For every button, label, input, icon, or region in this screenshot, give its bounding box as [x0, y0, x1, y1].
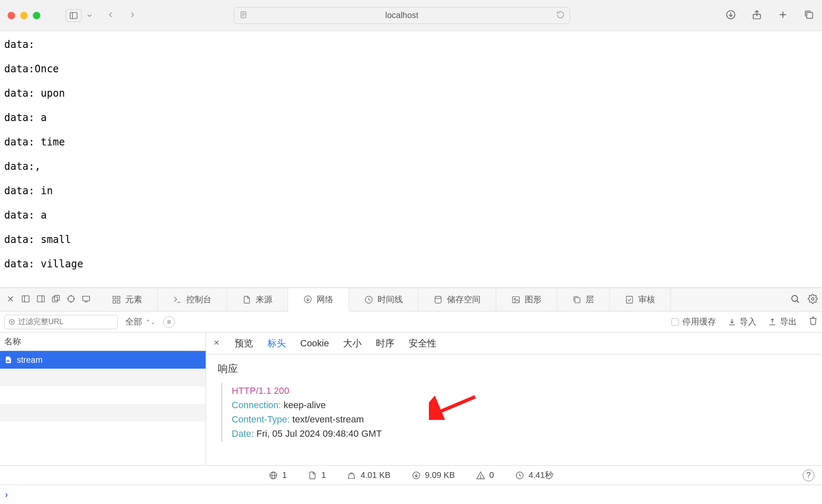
- detail-tab-security[interactable]: 安全性: [409, 337, 436, 350]
- browser-titlebar: localhost: [0, 0, 822, 31]
- url-text: localhost: [385, 11, 418, 20]
- svg-rect-0: [70, 12, 77, 18]
- sb-documents: 1: [308, 470, 326, 480]
- sb-weight: 4.01 KB: [347, 470, 390, 480]
- tab-overview-button[interactable]: [803, 9, 814, 22]
- chevron-right-icon: ›: [5, 490, 8, 499]
- request-list-header[interactable]: 名称: [0, 332, 206, 351]
- svg-rect-52: [7, 360, 10, 361]
- dock-detach-icon[interactable]: [51, 294, 61, 305]
- detail-tabs: 预览 标头 Cookie 大小 时序 安全性: [206, 332, 822, 354]
- disable-cache-checkbox[interactable]: 停用缓存: [671, 316, 716, 327]
- stream-line: data: time: [4, 137, 818, 147]
- url-filter-input[interactable]: [18, 317, 113, 326]
- svg-rect-14: [22, 296, 29, 302]
- search-devtools-icon[interactable]: [790, 294, 800, 306]
- back-button[interactable]: [106, 10, 115, 21]
- tab-label: 控制台: [186, 294, 211, 305]
- minimize-window-button[interactable]: [20, 12, 28, 19]
- header-value: Fri, 05 Jul 2024 09:48:40 GMT: [254, 428, 382, 439]
- header-row: Connection: keep-alive: [232, 398, 810, 412]
- reload-button[interactable]: [556, 11, 565, 21]
- inspect-element-icon[interactable]: [66, 294, 76, 305]
- help-button[interactable]: ?: [803, 470, 814, 481]
- sb-documents-value: 1: [321, 470, 326, 480]
- stream-line: data:,: [4, 161, 818, 172]
- share-button[interactable]: [751, 9, 762, 22]
- svg-point-43: [9, 319, 14, 325]
- tab-graphics[interactable]: 图形: [496, 288, 557, 311]
- detail-tab-timing[interactable]: 时序: [376, 337, 394, 350]
- stream-line: data: small: [4, 235, 818, 245]
- url-filter-input-wrapper: [4, 315, 118, 329]
- device-mode-icon[interactable]: [82, 294, 91, 305]
- export-har-button[interactable]: 导出: [768, 316, 797, 327]
- clear-requests-button[interactable]: [809, 316, 818, 327]
- svg-rect-25: [83, 296, 90, 301]
- page-content: data: data:Once data: upon data: a data:…: [0, 31, 822, 288]
- svg-point-42: [811, 298, 814, 300]
- close-devtools-button[interactable]: [6, 294, 15, 305]
- tab-group-dropdown[interactable]: [86, 8, 93, 23]
- tab-storage[interactable]: 储存空间: [418, 288, 496, 311]
- grouping-toggle[interactable]: [163, 316, 175, 328]
- tab-timeline[interactable]: 时间线: [349, 288, 418, 311]
- header-key: Connection:: [232, 400, 281, 410]
- type-filter-label: 全部: [125, 316, 142, 327]
- export-label: 导出: [780, 316, 797, 327]
- new-tab-button[interactable]: [777, 9, 788, 22]
- maximize-window-button[interactable]: [33, 12, 40, 19]
- sidebar-toggle-button[interactable]: [66, 9, 82, 22]
- disable-cache-label: 停用缓存: [682, 316, 716, 327]
- type-filter-dropdown[interactable]: 全部 ⌃⌄: [125, 316, 156, 327]
- tab-label: 储存空间: [447, 294, 481, 305]
- request-name: stream: [17, 355, 42, 365]
- clock-icon: [515, 471, 524, 480]
- console-prompt[interactable]: ›: [0, 485, 822, 504]
- import-har-button[interactable]: 导入: [728, 316, 756, 327]
- detail-tab-preview[interactable]: 预览: [235, 337, 253, 350]
- request-detail: 预览 标头 Cookie 大小 时序 安全性 响应 HTTP/1.1 200 C…: [206, 332, 822, 465]
- stream-line: data: upon: [4, 88, 818, 98]
- tab-elements[interactable]: 元素: [97, 288, 158, 311]
- tab-label: 来源: [256, 294, 272, 305]
- sb-time: 4.41秒: [515, 470, 553, 481]
- response-section-label: 响应: [218, 362, 810, 375]
- reader-mode-icon[interactable]: [239, 11, 248, 21]
- svg-rect-16: [37, 296, 45, 302]
- tab-layers[interactable]: 层: [557, 288, 610, 311]
- stream-line: data: in: [4, 186, 818, 196]
- address-bar[interactable]: localhost: [234, 7, 570, 24]
- tab-sources[interactable]: 来源: [227, 288, 288, 311]
- svg-rect-19: [54, 295, 59, 300]
- header-value: keep-alive: [281, 400, 325, 410]
- tab-audit[interactable]: 审核: [610, 288, 671, 311]
- detail-tab-headers[interactable]: 标头: [267, 337, 286, 350]
- header-key: Content-Type:: [232, 414, 290, 425]
- devtools-tabstrip: 元素 控制台 来源 网络 时间线 储存空间 图形 层: [0, 288, 822, 311]
- svg-rect-29: [113, 300, 116, 303]
- stream-line: data:: [4, 40, 818, 50]
- settings-devtools-icon[interactable]: [808, 294, 818, 306]
- header-row: Content-Type: text/event-stream: [232, 412, 810, 427]
- svg-point-37: [514, 298, 515, 300]
- stream-line: data: a: [4, 210, 818, 220]
- header-row: Date: Fri, 05 Jul 2024 09:48:40 GMT: [232, 427, 810, 441]
- request-row[interactable]: stream: [0, 351, 206, 369]
- tab-network[interactable]: 网络: [288, 288, 349, 311]
- detail-tab-size[interactable]: 大小: [343, 337, 362, 350]
- dock-left-icon[interactable]: [21, 294, 30, 305]
- sb-transferred: 9.09 KB: [412, 470, 455, 480]
- sb-requests: 1: [269, 470, 287, 480]
- svg-rect-28: [117, 296, 120, 298]
- downloads-button[interactable]: [725, 9, 736, 22]
- close-detail-button[interactable]: [213, 338, 220, 349]
- close-window-button[interactable]: [8, 12, 15, 19]
- tab-console[interactable]: 控制台: [158, 288, 227, 311]
- forward-button[interactable]: [128, 10, 137, 21]
- column-header-name: 名称: [4, 336, 21, 347]
- dock-right-icon[interactable]: [36, 294, 45, 305]
- svg-line-41: [797, 301, 799, 303]
- detail-tab-cookie[interactable]: Cookie: [300, 338, 329, 349]
- svg-rect-18: [53, 297, 58, 302]
